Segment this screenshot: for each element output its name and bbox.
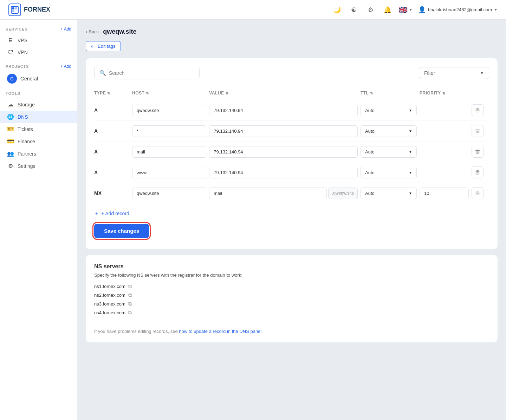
delete-record-button[interactable] — [472, 187, 484, 199]
ns-footer-link[interactable]: how to update a record in the DNS panel — [179, 329, 261, 334]
host-input[interactable] — [132, 167, 206, 178]
table-row: A Auto ▼ — [94, 121, 489, 142]
notifications-icon[interactable]: 🔔 — [382, 4, 393, 15]
delete-record-button[interactable] — [472, 104, 484, 116]
sidebar-item-label: Tickets — [18, 126, 33, 132]
value-input[interactable] — [209, 167, 358, 178]
col-actions — [472, 91, 489, 96]
col-value-label: VALUE — [209, 91, 224, 96]
add-record-section: ＋ + Add record — [94, 203, 489, 221]
sidebar-item-vps[interactable]: 🖥 VPS — [0, 34, 77, 46]
col-host: HOST ⇅ — [132, 91, 206, 96]
page-title: qweqw.site — [103, 28, 136, 35]
topnav-right: 🌙 ☯ ⚙ 🔔 🇬🇧 ▼ 👤 bbalakrishnan2462@gmail.c… — [331, 4, 498, 15]
host-input[interactable] — [132, 188, 206, 199]
edit-tags-button[interactable]: 🏷 Edit tags — [86, 41, 121, 51]
back-link[interactable]: ‹ Back — [86, 29, 99, 34]
host-cell — [132, 125, 206, 137]
priority-input[interactable] — [420, 188, 469, 199]
ttl-select[interactable]: Auto ▼ — [361, 146, 417, 158]
sidebar-item-dns[interactable]: 🌐 DNS — [0, 111, 77, 123]
svg-rect-5 — [476, 108, 479, 109]
svg-rect-1 — [12, 7, 14, 9]
value-cell — [209, 125, 358, 137]
user-avatar-icon: 👤 — [418, 6, 426, 14]
copy-icon[interactable]: ⧉ — [128, 292, 132, 298]
copy-icon[interactable]: ⧉ — [128, 283, 132, 289]
sidebar-item-storage[interactable]: ☁ Storage — [0, 98, 77, 111]
host-input[interactable] — [132, 146, 206, 158]
back-arrow-icon: ‹ — [86, 29, 87, 34]
delete-record-button[interactable] — [472, 146, 484, 158]
settings-icon[interactable]: ⚙ — [365, 4, 376, 15]
host-input[interactable] — [132, 125, 206, 137]
ttl-select[interactable]: Auto ▼ — [361, 167, 417, 178]
save-changes-button[interactable]: Save changes — [94, 224, 149, 238]
search-icon: 🔍 — [99, 70, 106, 76]
storage-icon: ☁ — [7, 101, 14, 108]
delete-record-button[interactable] — [472, 166, 484, 178]
ns-server-name: ns3.fornex.com — [94, 301, 125, 307]
svg-rect-17 — [476, 150, 479, 150]
copy-icon[interactable]: ⧉ — [128, 301, 132, 307]
value-suffix: .qweqw.site — [328, 188, 358, 199]
sidebar-item-partners[interactable]: 👥 Partners — [0, 147, 77, 160]
yin-yang-icon[interactable]: ☯ — [348, 4, 359, 15]
col-type: TYPE ⇅ — [94, 91, 129, 96]
sidebar-item-label: VPS — [18, 38, 27, 43]
host-input[interactable] — [132, 105, 206, 116]
sort-icon: ⇅ — [226, 91, 228, 95]
sidebar-item-vpn[interactable]: 🛡 VPN — [0, 46, 77, 58]
value-input[interactable] — [209, 125, 358, 137]
sort-icon: ⇅ — [442, 91, 445, 95]
ns-server-name: ns1.fornex.com — [94, 284, 125, 289]
logo[interactable]: FORNEX — [8, 4, 50, 16]
value-input[interactable] — [209, 105, 358, 116]
sort-icon: ⇅ — [370, 91, 373, 95]
svg-rect-23 — [476, 170, 479, 171]
ns-server-item: ns2.fornex.com ⧉ — [94, 291, 489, 300]
add-project-button[interactable]: + Add — [60, 64, 71, 69]
search-input[interactable] — [109, 70, 194, 76]
host-cell — [132, 188, 206, 199]
search-box[interactable]: 🔍 — [94, 67, 200, 79]
value-cell — [209, 146, 358, 158]
ttl-chevron-icon: ▼ — [409, 129, 412, 133]
ttl-select[interactable]: Auto ▼ — [361, 105, 417, 116]
ns-server-item: ns4.fornex.com ⧉ — [94, 308, 489, 317]
project-label: General — [20, 76, 38, 81]
ns-servers-title: NS servers — [94, 263, 489, 270]
dns-record-type: A — [94, 170, 129, 175]
filter-dropdown[interactable]: Filter ▼ — [419, 67, 489, 79]
ttl-cell: Auto ▼ — [361, 125, 417, 137]
ns-servers-description: Specify the following NS servers with th… — [94, 273, 489, 278]
value-cell: .qweqw.site — [209, 188, 358, 199]
delete-record-button[interactable] — [472, 125, 484, 137]
value-input[interactable] — [209, 146, 358, 158]
col-value: VALUE ⇅ — [209, 91, 358, 96]
copy-icon[interactable]: ⧉ — [128, 310, 132, 316]
language-selector[interactable]: 🇬🇧 ▼ — [399, 6, 413, 14]
sidebar-item-label: Partners — [18, 151, 36, 157]
save-changes-section: Save changes — [94, 221, 489, 241]
ttl-value: Auto — [365, 129, 375, 134]
add-record-button[interactable]: ＋ + Add record — [94, 206, 129, 221]
ttl-value: Auto — [365, 108, 375, 113]
sidebar-item-general[interactable]: G General — [0, 72, 77, 86]
add-service-button[interactable]: + Add — [60, 27, 71, 32]
user-menu[interactable]: 👤 bbalakrishnan2462@gmail.com ▼ — [418, 6, 498, 14]
ttl-select[interactable]: Auto ▼ — [361, 188, 417, 199]
user-chevron-icon: ▼ — [494, 8, 498, 12]
delete-cell — [472, 104, 489, 116]
ttl-select[interactable]: Auto ▼ — [361, 125, 417, 137]
sort-icon: ⇅ — [146, 91, 149, 95]
sidebar-item-tickets[interactable]: 🎫 Tickets — [0, 123, 77, 135]
sidebar-item-settings[interactable]: ⚙ Settings — [0, 160, 77, 172]
sidebar-item-label: DNS — [18, 114, 28, 120]
ns-footer-text: If you have problems editing records, se… — [94, 329, 179, 334]
value-input[interactable] — [209, 188, 327, 199]
delete-cell — [472, 125, 489, 137]
theme-toggle-icon[interactable]: 🌙 — [331, 4, 343, 15]
sidebar-item-finance[interactable]: 💳 Finance — [0, 135, 77, 147]
dns-record-type: A — [94, 107, 129, 113]
